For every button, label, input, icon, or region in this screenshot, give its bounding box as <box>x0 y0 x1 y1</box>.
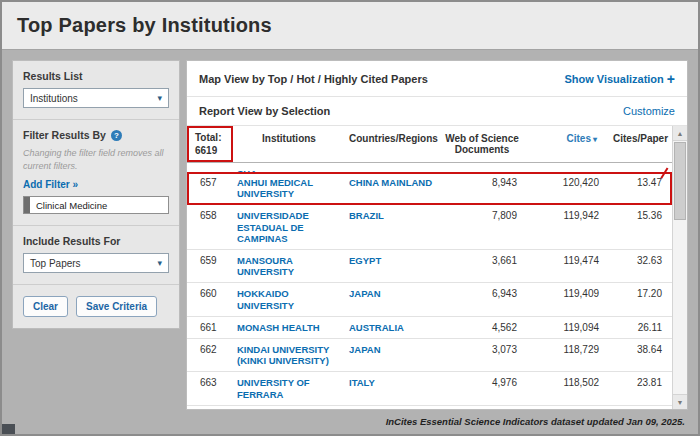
sidebar-buttons: Clear Save Criteria <box>13 285 179 328</box>
column-header-documents[interactable]: Web of Science Documents <box>437 126 527 162</box>
filter-section: Filter Results By ? Changing the filter … <box>13 120 179 226</box>
clear-button[interactable]: Clear <box>23 296 68 317</box>
chevron-down-icon: ▾ <box>157 258 162 268</box>
corner-artifact <box>2 424 15 434</box>
help-icon[interactable]: ? <box>111 130 122 141</box>
dataset-footnote: InCites Essential Science Indicators dat… <box>386 416 685 427</box>
row-rank: 659 <box>187 250 233 282</box>
row-docs: 3,073 <box>437 339 527 371</box>
row-rank: 663 <box>187 372 233 404</box>
row-country: CHINA MAINLAND <box>345 406 437 409</box>
row-rank: 661 <box>187 317 233 338</box>
row-country: EGYPT <box>345 250 437 282</box>
scroll-down-button[interactable]: ▼ <box>673 394 687 409</box>
row-institution: SHA <box>233 163 345 172</box>
table-row[interactable]: 659 MANSOURA UNIVERSITY EGYPT 3,661 119,… <box>187 250 672 283</box>
column-header-cites-per-paper[interactable]: Cites/Paper <box>609 126 672 162</box>
row-country: ITALY <box>345 372 437 404</box>
down-arrow-icon: ▼ <box>677 399 684 406</box>
row-docs: 6,943 <box>437 283 527 315</box>
row-institution[interactable]: MANSOURA UNIVERSITY <box>233 250 345 282</box>
table-row[interactable]: 658 UNIVERSIDADE ESTADUAL DE CAMPINAS BR… <box>187 205 672 250</box>
row-rank: 657 <box>187 172 233 204</box>
table-row[interactable]: 661 MONASH HEALTH AUSTRALIA 4,562 119,09… <box>187 317 672 339</box>
page-title: Top Papers by Institutions <box>17 14 272 37</box>
scroll-up-button[interactable]: ▲ <box>673 126 687 141</box>
row-country: CHINA MAINLAND <box>345 172 437 204</box>
map-view-title: Map View by Top / Hot / Highly Cited Pap… <box>199 73 428 85</box>
column-header-institutions[interactable]: Institutions <box>233 126 345 162</box>
filter-note: Changing the filter field removes all cu… <box>23 147 169 172</box>
save-criteria-button[interactable]: Save Criteria <box>76 296 157 317</box>
row-rank: 662 <box>187 339 233 371</box>
row-institution[interactable]: HOKKAIDO UNIVERSITY <box>233 283 345 315</box>
row-country: JAPAN <box>345 283 437 315</box>
row-docs: 7,809 <box>437 205 527 249</box>
row-rank: 664 <box>187 406 233 409</box>
row-institution[interactable]: ANHUI MEDICAL UNIVERSITY <box>233 172 345 204</box>
row-institution[interactable]: FUJIAN MEDICAL UNIVERSITY <box>233 406 345 409</box>
row-docs: 4,976 <box>437 372 527 404</box>
column-header-cites[interactable]: Cites▾ <box>527 126 609 162</box>
row-cites-per-paper: 10.25 <box>609 406 672 409</box>
table-row[interactable]: 664 FUJIAN MEDICAL UNIVERSITY CHINA MAIN… <box>187 406 672 409</box>
results-list-section: Results List Institutions ▾ <box>13 61 179 120</box>
row-cites: 118,028 <box>527 406 609 409</box>
show-visualization-link[interactable]: Show Visualization + <box>564 71 675 87</box>
page-header: Top Papers by Institutions <box>2 2 698 50</box>
filter-field[interactable]: Clinical Medicine <box>23 196 169 214</box>
row-cites: 119,094 <box>527 317 609 338</box>
up-arrow-icon: ▲ <box>677 130 684 137</box>
table-row-partial[interactable]: SHA <box>187 163 672 172</box>
results-list-dropdown[interactable]: Institutions ▾ <box>23 88 169 108</box>
table-row[interactable]: 657 ANHUI MEDICAL UNIVERSITY CHINA MAINL… <box>187 172 672 205</box>
column-header-countries[interactable]: Countries/Regions <box>345 126 437 162</box>
row-rank: 658 <box>187 205 233 249</box>
table-row[interactable]: 660 HOKKAIDO UNIVERSITY JAPAN 6,943 119,… <box>187 283 672 316</box>
row-institution[interactable]: MONASH HEALTH <box>233 317 345 338</box>
sort-caret-icon: ▾ <box>593 135 597 144</box>
results-table: Total: 6619 Institutions Countries/Regio… <box>187 126 687 409</box>
row-cites: 120,420 <box>527 172 609 204</box>
row-cites-per-paper: 23.81 <box>609 372 672 404</box>
plus-icon: + <box>667 71 675 87</box>
results-list-value: Institutions <box>30 93 78 104</box>
cites-header-label: Cites <box>567 133 591 144</box>
row-cites: 119,942 <box>527 205 609 249</box>
table-row[interactable]: 662 KINDAI UNIVERSITY (KINKI UNIVERSITY)… <box>187 339 672 372</box>
include-results-dropdown[interactable]: Top Papers ▾ <box>23 253 169 273</box>
content-area: Results List Institutions ▾ Filter Resul… <box>12 60 688 410</box>
total-counter: Total: 6619 <box>187 126 233 162</box>
row-cites: 118,729 <box>527 339 609 371</box>
main-panel: Map View by Top / Hot / Highly Cited Pap… <box>186 60 688 410</box>
row-institution[interactable]: UNIVERSIDADE ESTADUAL DE CAMPINAS <box>233 205 345 249</box>
row-docs: 3,661 <box>437 250 527 282</box>
row-institution[interactable]: KINDAI UNIVERSITY (KINKI UNIVERSITY) <box>233 339 345 371</box>
add-filter-link[interactable]: Add Filter » <box>23 179 78 190</box>
row-institution[interactable]: UNIVERSITY OF FERRARA <box>233 372 345 404</box>
chevron-down-icon: ▾ <box>157 93 162 103</box>
row-cites-per-paper: 32.63 <box>609 250 672 282</box>
row-cites-per-paper: 15.36 <box>609 205 672 249</box>
row-country: BRAZIL <box>345 205 437 249</box>
filter-field-value: Clinical Medicine <box>36 200 107 211</box>
sidebar: Results List Institutions ▾ Filter Resul… <box>12 60 180 329</box>
row-country: AUSTRALIA <box>345 317 437 338</box>
filter-results-label: Filter Results By <box>23 129 106 141</box>
customize-link[interactable]: Customize <box>623 105 675 117</box>
show-visualization-label: Show Visualization <box>564 73 663 85</box>
total-value: 6619 <box>195 144 227 157</box>
row-country: JAPAN <box>345 339 437 371</box>
row-docs: 11,512 <box>437 406 527 409</box>
include-results-value: Top Papers <box>30 258 81 269</box>
row-cites-per-paper: 17.20 <box>609 283 672 315</box>
table-row[interactable]: 663 UNIVERSITY OF FERRARA ITALY 4,976 11… <box>187 372 672 405</box>
report-view-title: Report View by Selection <box>199 105 330 117</box>
row-cites-per-paper: 38.64 <box>609 339 672 371</box>
row-cites: 118,502 <box>527 372 609 404</box>
results-list-label: Results List <box>23 70 169 82</box>
table-body: SHA 657 ANHUI MEDICAL UNIVERSITY CHINA M… <box>187 163 672 409</box>
vertical-scrollbar[interactable]: ▲ ▼ <box>672 126 687 409</box>
scrollbar-thumb[interactable] <box>674 142 686 220</box>
row-cites: 119,474 <box>527 250 609 282</box>
